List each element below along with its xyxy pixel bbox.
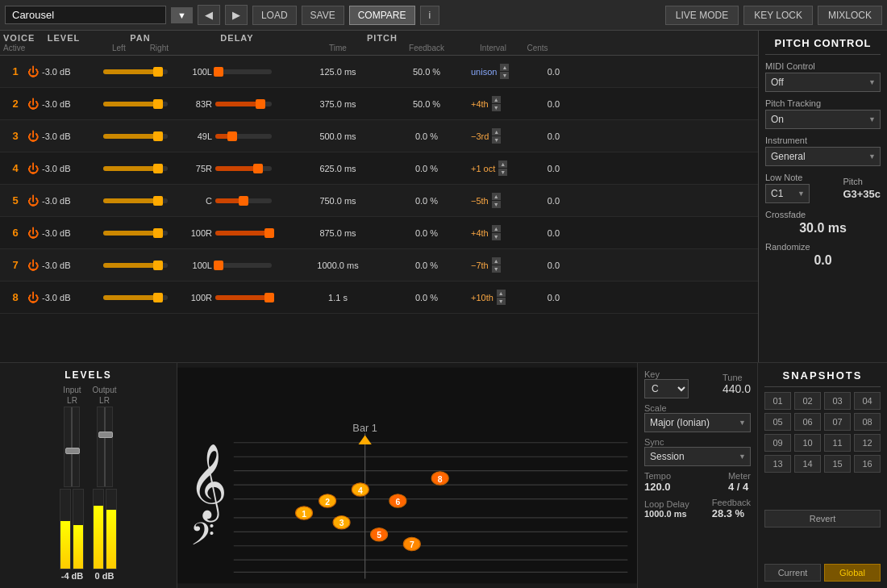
power-button[interactable]: ⏻ <box>27 98 39 111</box>
midi-control-select[interactable]: Off <box>765 73 881 92</box>
voice-active: ⏻-3.0 dB <box>27 227 100 240</box>
feedback-value: 28.3 % <box>712 507 751 519</box>
snapshot-slot[interactable]: 07 <box>824 413 851 431</box>
pitch-up-button[interactable]: ▲ <box>492 96 501 103</box>
snapshot-slot[interactable]: 04 <box>854 392 881 410</box>
snapshot-slot[interactable]: 09 <box>764 434 791 452</box>
power-button[interactable]: ⏻ <box>27 227 39 240</box>
level-thumb[interactable] <box>153 228 163 238</box>
pitch-up-button[interactable]: ▲ <box>492 257 501 265</box>
level-slider[interactable] <box>100 263 181 268</box>
key-lock-button[interactable]: KEY LOCK <box>743 6 813 25</box>
level-thumb[interactable] <box>153 293 163 302</box>
pan-thumb[interactable] <box>264 228 274 238</box>
level-thumb[interactable] <box>153 67 163 77</box>
output-fader-thumb[interactable] <box>98 432 113 438</box>
snapshot-slot[interactable]: 11 <box>824 434 851 452</box>
snapshot-slot[interactable]: 10 <box>794 434 821 452</box>
snapshot-slot[interactable]: 12 <box>854 434 881 452</box>
level-slider[interactable] <box>100 166 181 171</box>
pitch-up-button[interactable]: ▲ <box>500 64 509 71</box>
level-thumb[interactable] <box>153 164 163 173</box>
pan-thumb[interactable] <box>214 67 223 77</box>
power-button[interactable]: ⏻ <box>27 194 39 207</box>
input-meter-l <box>60 489 71 569</box>
pan-thumb[interactable] <box>239 196 248 206</box>
pitch-up-button[interactable]: ▲ <box>492 225 501 232</box>
compare-button[interactable]: COMPARE <box>349 6 415 25</box>
pitch-up-button[interactable]: ▲ <box>492 128 501 136</box>
preset-select[interactable]: Carousel <box>5 6 166 24</box>
pitch-down-button[interactable]: ▼ <box>492 104 501 111</box>
global-button[interactable]: Global <box>824 564 881 582</box>
pitch-tracking-label: Pitch Tracking <box>765 98 881 108</box>
revert-button[interactable]: Revert <box>764 510 881 528</box>
input-fader-thumb[interactable] <box>65 448 80 454</box>
pan-thumb[interactable] <box>214 261 223 270</box>
pitch-up-button[interactable]: ▲ <box>492 193 501 200</box>
scale-select[interactable]: Major (Ionian) <box>644 413 751 432</box>
pitch-up-button[interactable]: ▲ <box>498 161 507 168</box>
current-button[interactable]: Current <box>764 564 821 582</box>
power-button[interactable]: ⏻ <box>27 130 39 143</box>
level-slider[interactable] <box>100 198 181 203</box>
snapshot-slot[interactable]: 14 <box>794 455 821 473</box>
mix-lock-button[interactable]: MIXLOCK <box>818 6 882 25</box>
save-button[interactable]: SAVE <box>302 6 344 25</box>
snapshot-slot[interactable]: 03 <box>824 392 851 410</box>
power-button[interactable]: ⏻ <box>27 291 39 304</box>
level-thumb[interactable] <box>153 196 163 206</box>
info-button[interactable]: i <box>420 6 440 25</box>
sync-select[interactable]: Session <box>644 447 751 466</box>
pc-pitch-value: G3+35c <box>843 188 881 200</box>
load-button[interactable]: LOAD <box>252 6 297 25</box>
snapshot-slot[interactable]: 15 <box>824 455 851 473</box>
preset-dropdown-arrow[interactable]: ▼ <box>171 7 193 23</box>
pitch-down-button[interactable]: ▼ <box>492 201 501 208</box>
power-button[interactable]: ⏻ <box>27 65 39 78</box>
output-meter-r <box>106 489 117 569</box>
prev-preset-button[interactable]: ◀ <box>198 5 220 25</box>
level-thumb[interactable] <box>153 261 163 270</box>
level-slider[interactable] <box>100 134 181 139</box>
pitch-down-button[interactable]: ▼ <box>498 169 507 176</box>
snapshot-slot[interactable]: 13 <box>764 455 791 473</box>
level-slider[interactable] <box>100 102 181 106</box>
voice-number: 4 <box>3 162 27 174</box>
power-button[interactable]: ⏻ <box>27 162 39 175</box>
snapshot-slot[interactable]: 02 <box>794 392 821 410</box>
input-fader[interactable] <box>64 407 80 487</box>
snapshot-slot[interactable]: 08 <box>854 413 881 431</box>
pitch-down-button[interactable]: ▼ <box>492 233 501 240</box>
low-note-select[interactable]: C1 <box>765 184 810 203</box>
pitch-down-button[interactable]: ▼ <box>497 298 506 305</box>
pitch-down-button[interactable]: ▼ <box>492 265 501 273</box>
pan-thumb[interactable] <box>264 293 274 302</box>
snapshot-slot[interactable]: 06 <box>794 413 821 431</box>
pitch-tracking-select[interactable]: On <box>765 110 881 129</box>
live-mode-button[interactable]: LIVE MODE <box>665 6 739 25</box>
level-thumb[interactable] <box>153 131 163 141</box>
level-slider[interactable] <box>100 231 181 236</box>
next-preset-button[interactable]: ▶ <box>225 5 248 25</box>
pitch-down-button[interactable]: ▼ <box>492 136 501 144</box>
level-slider[interactable] <box>100 69 181 74</box>
snapshot-slot[interactable]: 01 <box>764 392 791 410</box>
pan-thumb[interactable] <box>253 164 263 173</box>
pitch-cell: −5th▲▼ <box>471 193 515 208</box>
level-thumb[interactable] <box>153 99 163 109</box>
key-select[interactable]: C <box>644 379 689 398</box>
pan-thumb[interactable] <box>227 131 237 141</box>
output-fader[interactable] <box>97 407 113 487</box>
pitch-down-button[interactable]: ▼ <box>500 72 509 79</box>
level-value: -3.0 dB <box>42 131 70 141</box>
power-button[interactable]: ⏻ <box>27 259 39 272</box>
snapshot-slot[interactable]: 16 <box>854 455 881 473</box>
levels-panel: LEVELS Input LR <box>0 363 177 588</box>
pitch-up-button[interactable]: ▲ <box>497 290 506 297</box>
level-slider[interactable] <box>100 295 181 300</box>
piano-roll: Bar 1𝄞𝄢12345678 <box>177 363 637 588</box>
pan-thumb[interactable] <box>256 99 265 109</box>
snapshot-slot[interactable]: 05 <box>764 413 791 431</box>
instrument-select[interactable]: General <box>765 147 881 166</box>
